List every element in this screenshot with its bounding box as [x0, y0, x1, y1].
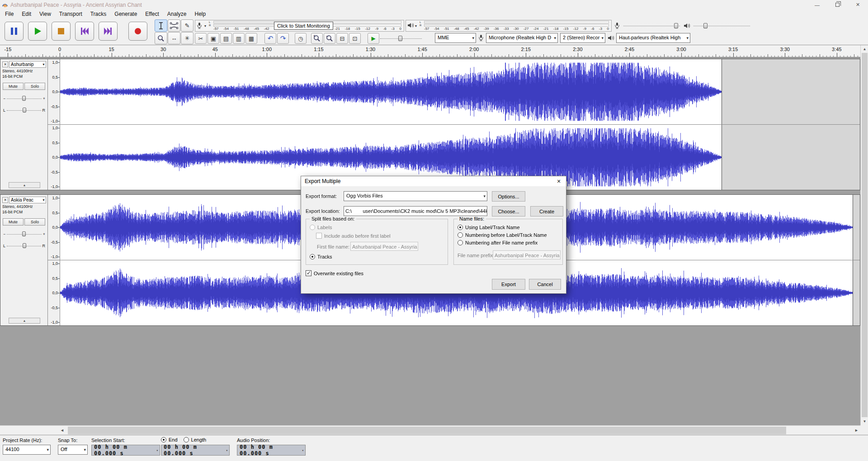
gain-slider[interactable]: − + [3, 230, 45, 238]
close-button[interactable]: ✕ [848, 0, 868, 9]
slider-thumb[interactable] [674, 23, 678, 28]
restore-button[interactable] [827, 0, 848, 9]
selection-tool-button[interactable] [155, 19, 167, 32]
zoom-tool-button[interactable] [155, 32, 167, 44]
scroll-up-button[interactable]: ▲ [861, 45, 868, 53]
menu-item-help[interactable]: Help [191, 10, 210, 18]
dialog-title-bar[interactable]: Export Multiple ✕ [301, 176, 566, 186]
slider-thumb[interactable] [22, 96, 26, 101]
play-at-speed-button[interactable]: ▶ [368, 33, 379, 44]
mute-button[interactable]: Mute [3, 218, 24, 226]
silence-audio-button[interactable]: ▦ [245, 33, 257, 44]
skip-to-start-button[interactable] [75, 22, 94, 41]
playback-device-select[interactable]: Haut-parleurs (Realtek High▾ [616, 33, 690, 43]
playback-speed-slider[interactable] [380, 35, 422, 42]
playback-meter[interactable]: ▾ LR -57-54-51-48-45-42-39-36-33-30-27-2… [406, 20, 612, 32]
fit-project-button[interactable]: ⊡ [349, 33, 361, 44]
solo-button[interactable]: Solo [24, 218, 45, 226]
include-audio-checkbox[interactable] [316, 233, 322, 239]
choose-button[interactable]: Choose... [492, 206, 525, 216]
slider-thumb[interactable] [22, 231, 26, 236]
recording-channels-select[interactable]: 2 (Stereo) Recor▾ [560, 33, 605, 43]
menu-item-file[interactable]: File [1, 10, 18, 18]
menu-item-tracks[interactable]: Tracks [86, 10, 111, 18]
vertical-scroll-thumb[interactable] [862, 53, 868, 417]
track-name-menu[interactable]: Ashurbanip▼ [9, 61, 46, 68]
create-button[interactable]: Create [530, 206, 563, 216]
pan-slider[interactable]: L R [3, 106, 45, 114]
scroll-left-button[interactable]: ◄ [58, 426, 66, 435]
using-label-radio[interactable] [458, 225, 463, 230]
export-format-select[interactable]: Ogg Vorbis Files▾ [344, 191, 487, 201]
recording-volume-slider[interactable] [623, 22, 680, 29]
export-button[interactable]: Export [492, 279, 525, 290]
waveform-clip[interactable] [60, 59, 722, 124]
audio-position-time[interactable]: 00 h 00 m 00.000 s▾ [237, 445, 306, 456]
fit-selection-button[interactable]: ⊟ [336, 33, 348, 44]
menu-item-effect[interactable]: Effect [141, 10, 163, 18]
end-radio[interactable] [161, 437, 166, 442]
track-close-button[interactable]: ✕ [2, 197, 8, 203]
mute-button[interactable]: Mute [3, 83, 24, 90]
title-bar[interactable]: Ashurbanipal Peace - Assyria - Ancient A… [0, 0, 868, 9]
stop-button[interactable] [52, 22, 71, 41]
zoom-out-button[interactable]: − [324, 33, 335, 44]
slider-thumb[interactable] [703, 23, 708, 28]
pan-slider[interactable]: L R [3, 242, 45, 250]
slider-thumb[interactable] [23, 108, 26, 113]
collapse-track-button[interactable]: ▲ [9, 182, 40, 188]
minimize-button[interactable]: — [807, 0, 827, 9]
length-radio[interactable] [184, 437, 189, 442]
cancel-button[interactable]: Cancel [529, 279, 561, 290]
skip-to-end-button[interactable] [99, 22, 118, 41]
menu-item-analyze[interactable]: Analyze [163, 10, 191, 18]
tracks-radio[interactable] [310, 254, 315, 259]
envelope-tool-button[interactable] [168, 19, 180, 32]
selection-end-time[interactable]: 00 h 00 m 00.000 s▾ [161, 445, 230, 456]
zoom-in-button[interactable]: + [311, 33, 323, 44]
track-close-button[interactable]: ✕ [2, 61, 8, 67]
dialog-close-button[interactable]: ✕ [552, 176, 566, 186]
numbering-after-radio[interactable] [458, 240, 463, 245]
export-location-input[interactable]: C:\ user\Documents\CK2 music mod\Civ 5 M… [344, 206, 487, 216]
overwrite-checkbox[interactable] [306, 270, 311, 276]
menu-item-generate[interactable]: Generate [110, 10, 141, 18]
paste-button[interactable]: ▤ [220, 33, 232, 44]
timeshift-tool-button[interactable]: ↔ [168, 32, 180, 44]
audio-host-select[interactable]: MME▾ [435, 33, 476, 43]
options-button[interactable]: Options... [492, 191, 525, 202]
file-name-prefix-input[interactable]: Ashurbanipal Peace - Assyria [493, 250, 561, 259]
timeline-ruler[interactable]: -1501530451:001:151:301:452:002:152:302:… [0, 45, 860, 57]
cut-button[interactable]: ✂ [195, 33, 207, 44]
monitoring-tooltip[interactable]: Click to Start Monitoring [274, 22, 333, 30]
chevron-down-icon[interactable]: ▾ [415, 24, 417, 28]
waveform-area[interactable]: 1,00,50,0-0,5-1,01,00,50,0-0,5-1,0 [48, 59, 860, 190]
recording-device-select[interactable]: Microphone (Realtek High D▾ [486, 33, 558, 43]
slider-thumb[interactable] [23, 243, 26, 248]
scroll-down-button[interactable]: ▼ [861, 418, 868, 425]
first-file-name-input[interactable]: Ashurbanipal Peace - Assyria [350, 242, 418, 251]
scroll-right-button[interactable]: ► [853, 426, 860, 435]
chevron-down-icon[interactable]: ▾ [204, 24, 206, 28]
redo-button[interactable]: ↷ [277, 33, 289, 44]
labels-radio[interactable] [310, 225, 315, 230]
menu-item-edit[interactable]: Edit [18, 10, 35, 18]
snap-to-select[interactable]: Off▾ [58, 445, 88, 455]
gain-slider[interactable]: − + [3, 94, 45, 103]
playback-volume-slider[interactable] [693, 22, 750, 29]
horizontal-scrollbar[interactable]: ◄ ► [0, 425, 860, 435]
menu-item-transport[interactable]: Transport [55, 10, 86, 18]
play-button[interactable] [28, 22, 47, 41]
trim-audio-button[interactable]: ▥ [233, 33, 245, 44]
multi-tool-button[interactable]: ✳ [181, 32, 193, 44]
project-rate-select[interactable]: 44100▾ [3, 445, 51, 455]
numbering-before-radio[interactable] [458, 232, 463, 238]
menu-item-view[interactable]: View [35, 10, 55, 18]
horizontal-scroll-thumb[interactable] [68, 427, 786, 434]
record-button[interactable] [128, 22, 147, 41]
solo-button[interactable]: Solo [24, 83, 45, 90]
copy-button[interactable]: ▣ [208, 33, 219, 44]
selection-start-time[interactable]: 00 h 00 m 00.000 s▾ [91, 445, 160, 456]
track-name-menu[interactable]: Askia Peac▼ [9, 197, 46, 203]
vertical-scrollbar[interactable]: ▲ ▼ [860, 45, 868, 425]
